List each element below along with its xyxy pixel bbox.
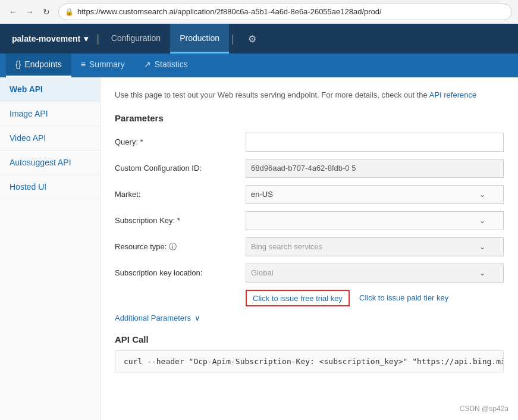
tab-statistics-label: Statistics xyxy=(155,59,188,69)
sub-nav: {} Endpoints ≡ Summary ↗ Statistics xyxy=(0,54,518,77)
param-label-subscription-key: Subscription Key: * xyxy=(115,216,246,225)
tab-endpoints-label: Endpoints xyxy=(24,59,61,69)
subscription-key-select-wrapper: ⌄ xyxy=(246,211,504,230)
info-bar: Use this page to test out your Web resul… xyxy=(115,89,504,101)
params-section-title: Parameters xyxy=(115,113,504,123)
app-name: palate-movement xyxy=(12,34,80,43)
param-row-resource-type: Resource type: ⓘ Bing search services ⌄ xyxy=(115,237,504,256)
key-location-chevron: ⌄ xyxy=(479,269,485,277)
additional-params-toggle[interactable]: Additional Parameters ∨ xyxy=(115,314,504,322)
api-call-title: API Call xyxy=(115,334,504,344)
api-call-section: API Call curl --header "Ocp-Apim-Subscri… xyxy=(115,334,504,372)
resource-type-select[interactable]: Bing search services ⌄ xyxy=(246,237,504,256)
url-text: https://www.customsearch.ai/application/… xyxy=(77,7,506,16)
config-id-display: 68d96aad-b707-4a62-8fdb-0 5 xyxy=(246,159,504,178)
key-location-select[interactable]: Global ⌄ xyxy=(246,264,504,283)
param-row-market: Market: en-US ⌄ xyxy=(115,185,504,204)
resource-type-value: Bing search services xyxy=(251,242,322,251)
reload-button[interactable]: ↻ xyxy=(39,5,54,19)
main-container: Web API Image API Video API Autosuggest … xyxy=(0,77,518,420)
param-row-query: Query: * xyxy=(115,133,504,152)
param-control-resource-type: Bing search services ⌄ xyxy=(246,237,504,256)
additional-params-section: Additional Parameters ∨ xyxy=(115,314,504,322)
resource-type-chevron: ⌄ xyxy=(479,243,485,251)
param-control-key-location: Global ⌄ xyxy=(246,264,504,283)
additional-params-label: Additional Parameters xyxy=(115,314,191,322)
param-control-subscription-key: ⌄ xyxy=(246,211,504,230)
app-logo[interactable]: palate-movement ▾ xyxy=(6,34,94,43)
info-text: Use this page to test out your Web resul… xyxy=(115,90,428,99)
watermark: CSDN @sp42a xyxy=(460,405,508,413)
free-trial-link[interactable]: Click to issue free trial key xyxy=(253,294,343,303)
market-select-wrapper: en-US ⌄ xyxy=(246,185,504,204)
api-call-code: curl --header "Ocp-Apim-Subscription-Key… xyxy=(115,350,504,372)
forward-button[interactable]: → xyxy=(23,5,37,19)
key-location-select-wrapper: Global ⌄ xyxy=(246,264,504,283)
resource-type-select-wrapper: Bing search services ⌄ xyxy=(246,237,504,256)
sidebar-item-hosted-ui[interactable]: Hosted UI xyxy=(0,175,100,199)
param-control-query xyxy=(246,133,504,152)
market-select[interactable]: en-US ⌄ xyxy=(246,185,504,204)
summary-icon: ≡ xyxy=(81,59,86,69)
key-location-value: Global xyxy=(251,268,274,277)
param-label-market: Market: xyxy=(115,190,246,199)
param-label-resource-type: Resource type: ⓘ xyxy=(115,242,246,252)
subscription-key-chevron: ⌄ xyxy=(479,217,485,225)
param-control-config-id: 68d96aad-b707-4a62-8fdb-0 5 xyxy=(246,159,504,178)
param-label-config-id: Custom Configuration ID: xyxy=(115,164,246,173)
market-value: en-US xyxy=(251,190,273,199)
param-row-subscription-key: Subscription Key: * ⌄ xyxy=(115,211,504,230)
subscription-key-select[interactable]: ⌄ xyxy=(246,211,504,230)
param-row-key-location: Subscription key location: Global ⌄ xyxy=(115,264,504,283)
api-ref-link[interactable]: API reference xyxy=(429,90,477,99)
tab-statistics[interactable]: ↗ Statistics xyxy=(134,54,197,77)
content-area: Use this page to test out your Web resul… xyxy=(101,77,518,420)
nav-divider-2: | xyxy=(231,33,234,45)
logo-chevron: ▾ xyxy=(84,34,88,43)
tab-summary-label: Summary xyxy=(89,59,125,69)
nav-divider-1: | xyxy=(96,33,99,45)
sidebar: Web API Image API Video API Autosuggest … xyxy=(0,77,101,420)
trial-section: Click to issue free trial key Click to i… xyxy=(246,290,504,306)
statistics-icon: ↗ xyxy=(144,59,151,69)
browser-chrome: ← → ↻ 🔒 https://www.customsearch.ai/appl… xyxy=(0,0,518,24)
address-bar[interactable]: 🔒 https://www.customsearch.ai/applicatio… xyxy=(58,4,512,20)
param-control-market: en-US ⌄ xyxy=(246,185,504,204)
tab-endpoints[interactable]: {} Endpoints xyxy=(6,54,71,77)
browser-nav-buttons: ← → ↻ xyxy=(6,5,54,19)
top-nav: palate-movement ▾ | Configuration Produc… xyxy=(0,24,518,54)
sidebar-item-image-api[interactable]: Image API xyxy=(0,102,100,126)
endpoints-icon: {} xyxy=(15,59,21,69)
tab-summary[interactable]: ≡ Summary xyxy=(71,54,134,77)
sidebar-item-web-api[interactable]: Web API xyxy=(0,77,100,102)
query-input[interactable] xyxy=(246,133,504,152)
lock-icon: 🔒 xyxy=(65,8,74,16)
params-table: Query: * Custom Configuration ID: 68d96a… xyxy=(115,133,504,283)
free-trial-box: Click to issue free trial key xyxy=(246,290,350,306)
gear-icon[interactable]: ⚙ xyxy=(243,29,262,48)
nav-tab-configuration[interactable]: Configuration xyxy=(102,24,170,54)
back-button[interactable]: ← xyxy=(6,5,20,19)
additional-params-chevron: ∨ xyxy=(194,314,200,322)
market-chevron: ⌄ xyxy=(479,190,485,199)
sidebar-item-autosuggest-api[interactable]: Autosuggest API xyxy=(0,151,100,175)
param-row-config-id: Custom Configuration ID: 68d96aad-b707-4… xyxy=(115,159,504,178)
param-label-key-location: Subscription key location: xyxy=(115,268,246,277)
sidebar-item-video-api[interactable]: Video API xyxy=(0,126,100,151)
param-label-query: Query: * xyxy=(115,137,246,146)
paid-tier-link[interactable]: Click to issue paid tier key xyxy=(359,293,448,302)
nav-tab-production[interactable]: Production xyxy=(170,24,229,54)
